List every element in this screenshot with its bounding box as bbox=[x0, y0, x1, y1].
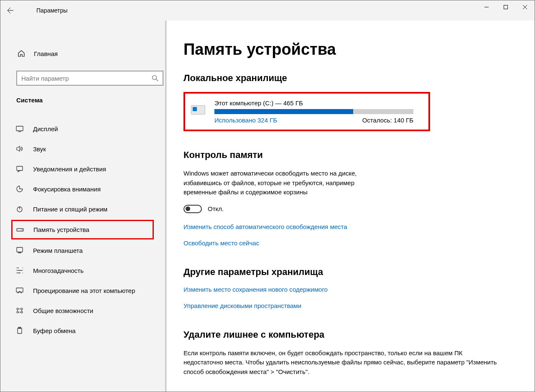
svg-rect-13 bbox=[18, 328, 22, 333]
svg-rect-7 bbox=[17, 247, 23, 252]
sidebar-item-label: Дисплей bbox=[33, 125, 58, 132]
sound-icon bbox=[15, 145, 24, 153]
more-storage-heading: Другие параметры хранилища bbox=[183, 267, 518, 277]
disk-usage-bar bbox=[214, 109, 413, 114]
sidebar-item-label: Звук bbox=[33, 145, 46, 153]
disk-free-label: Осталось: 140 ГБ bbox=[362, 117, 413, 124]
sidebar-item-sound[interactable]: Звук bbox=[0, 139, 166, 159]
link-manage-storage-spaces[interactable]: Управление дисковыми пространствами bbox=[183, 302, 518, 309]
link-change-save-location[interactable]: Изменить место сохранения нового содержи… bbox=[183, 286, 518, 293]
storage-sense-body: Windows может автоматически освободить м… bbox=[183, 169, 384, 197]
storage-icon bbox=[16, 227, 24, 232]
search-icon bbox=[152, 75, 158, 81]
arrow-left-icon bbox=[7, 7, 14, 14]
local-storage-heading: Локальное хранилище bbox=[183, 73, 518, 84]
main-content: Память устройства Локальное хранилище Эт… bbox=[167, 20, 535, 392]
maximize-icon bbox=[504, 5, 508, 9]
page-title: Память устройства bbox=[183, 41, 518, 59]
sidebar-item-label: Режим планшета bbox=[33, 247, 83, 254]
home-icon bbox=[17, 50, 25, 57]
display-icon bbox=[15, 125, 24, 132]
svg-point-12 bbox=[21, 311, 23, 313]
storage-sense-toggle[interactable] bbox=[183, 205, 202, 213]
disk-usage-fill bbox=[214, 109, 353, 114]
disk-used-label: Использовано 324 ГБ bbox=[214, 117, 277, 124]
svg-rect-0 bbox=[504, 5, 508, 9]
svg-point-1 bbox=[153, 76, 157, 80]
svg-point-6 bbox=[22, 229, 23, 230]
search-box[interactable] bbox=[16, 71, 163, 86]
sidebar-item-label: Многозадачность bbox=[33, 267, 84, 274]
home-nav[interactable]: Главная bbox=[0, 46, 166, 61]
toggle-knob bbox=[186, 206, 190, 211]
sidebar-item-display[interactable]: Дисплей bbox=[0, 119, 166, 139]
home-label: Главная bbox=[34, 50, 58, 57]
sidebar-item-multitask[interactable]: Многозадачность bbox=[0, 260, 166, 280]
window-title: Параметры bbox=[36, 7, 68, 14]
sidebar-item-storage[interactable]: Память устройства bbox=[11, 220, 154, 239]
maximize-button[interactable] bbox=[496, 0, 515, 14]
search-container bbox=[0, 71, 166, 86]
disk-title: Этот компьютер (C:) — 465 ГБ bbox=[214, 99, 421, 107]
sidebar-item-shared[interactable]: Общие возможности bbox=[0, 300, 166, 321]
sidebar-item-notifications[interactable]: Уведомления и действия bbox=[0, 159, 166, 179]
sidebar-item-clipboard[interactable]: Буфер обмена bbox=[0, 321, 166, 341]
multitask-icon bbox=[15, 267, 24, 274]
disk-icon bbox=[191, 99, 206, 115]
back-button[interactable] bbox=[0, 0, 20, 20]
sidebar-item-tablet[interactable]: Режим планшета bbox=[0, 240, 166, 260]
toggle-state-label: Откл. bbox=[208, 205, 224, 212]
sidebar-item-label: Проецирование на этот компьютер bbox=[33, 287, 135, 294]
window-body: Главная Система Дисплей Звук bbox=[0, 20, 535, 392]
sidebar-item-label: Общие возможности bbox=[33, 307, 93, 314]
sidebar-item-label: Фокусировка внимания bbox=[33, 186, 101, 193]
power-icon bbox=[15, 205, 24, 213]
sidebar-item-projecting[interactable]: Проецирование на этот компьютер bbox=[0, 280, 166, 300]
disk-card[interactable]: Этот компьютер (C:) — 465 ГБ Использован… bbox=[183, 92, 430, 131]
storage-sense-heading: Контроль памяти bbox=[183, 150, 518, 160]
storage-sense-toggle-row: Откл. bbox=[183, 205, 518, 213]
focus-icon bbox=[15, 185, 24, 193]
sidebar-item-label: Буфер обмена bbox=[33, 327, 76, 334]
minimize-icon bbox=[484, 5, 489, 9]
svg-rect-2 bbox=[16, 126, 23, 131]
sidebar-items: Дисплей Звук Уведомления и действия Фоку… bbox=[0, 119, 166, 341]
svg-rect-3 bbox=[17, 166, 23, 171]
cleanup-body: Если контроль памяти включен, он будет о… bbox=[183, 349, 501, 377]
sidebar-scrollbar[interactable] bbox=[165, 20, 166, 392]
close-button[interactable] bbox=[515, 0, 535, 14]
sidebar-item-focus[interactable]: Фокусировка внимания bbox=[0, 179, 166, 199]
svg-point-9 bbox=[17, 308, 18, 310]
projecting-icon bbox=[15, 287, 24, 294]
sidebar-item-label: Память устройства bbox=[33, 226, 89, 233]
notifications-icon bbox=[15, 165, 24, 173]
sidebar-item-label: Питание и спящий режим bbox=[33, 206, 107, 213]
link-free-now[interactable]: Освободить место сейчас bbox=[183, 239, 518, 247]
disk-info: Этот компьютер (C:) — 465 ГБ Использован… bbox=[214, 99, 421, 124]
settings-window: Параметры Главная bbox=[0, 0, 535, 392]
minimize-button[interactable] bbox=[477, 0, 496, 14]
shared-icon bbox=[15, 307, 24, 314]
tablet-icon bbox=[15, 247, 24, 254]
cleanup-heading: Удалите лишнее с компьютера bbox=[183, 329, 518, 340]
search-input[interactable] bbox=[21, 75, 152, 82]
close-icon bbox=[523, 5, 527, 9]
disk-stats-row: Использовано 324 ГБ Осталось: 140 ГБ bbox=[214, 117, 413, 124]
sidebar-item-label: Уведомления и действия bbox=[33, 165, 106, 173]
link-change-auto-free[interactable]: Изменить способ автоматического освобожд… bbox=[183, 223, 518, 230]
sidebar-item-power[interactable]: Питание и спящий режим bbox=[0, 199, 166, 219]
svg-point-10 bbox=[21, 308, 23, 310]
sidebar: Главная Система Дисплей Звук bbox=[0, 20, 167, 392]
titlebar: Параметры bbox=[0, 0, 535, 20]
svg-point-11 bbox=[17, 311, 18, 313]
clipboard-icon bbox=[15, 327, 24, 334]
window-controls bbox=[477, 0, 535, 14]
category-header: Система bbox=[0, 86, 166, 109]
